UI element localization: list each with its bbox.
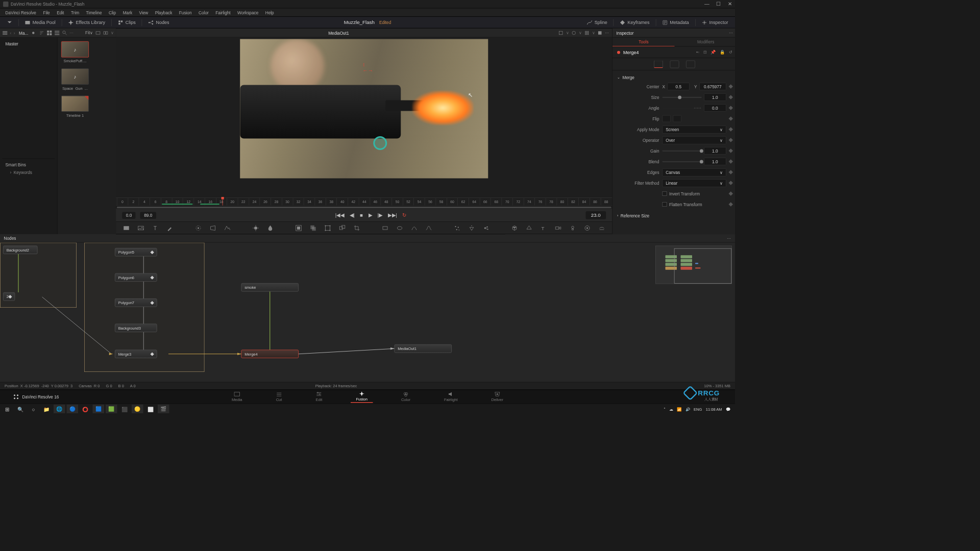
brightness-tool-icon[interactable] — [252, 224, 259, 232]
keyframe-diamond[interactable] — [728, 127, 732, 131]
clips-button[interactable]: Clips — [114, 18, 139, 27]
camera3d-tool-icon[interactable] — [555, 224, 562, 232]
view2-icon[interactable] — [103, 30, 109, 36]
explorer-button[interactable]: 📁 — [41, 404, 53, 413]
bin-list-icon[interactable] — [3, 30, 8, 36]
stop-button[interactable]: ■ — [360, 212, 363, 218]
blend-input[interactable] — [704, 158, 726, 165]
node-editor-options[interactable]: ⋯ — [727, 236, 731, 241]
menu-view[interactable]: View — [136, 9, 152, 16]
polygon-mask-icon[interactable] — [411, 224, 418, 232]
go-end-button[interactable]: ▶▶| — [388, 212, 397, 218]
crop-tool-icon[interactable] — [353, 224, 360, 232]
start-timecode[interactable]: 0.0 — [122, 212, 135, 219]
single-view-icon[interactable] — [597, 30, 603, 36]
menu-help[interactable]: Help — [262, 9, 277, 16]
node-polygon7[interactable]: Polygon7 — [115, 298, 157, 307]
bin-label[interactable]: Ma... — [17, 31, 30, 35]
light-tool-icon[interactable] — [569, 224, 576, 232]
step-back-button[interactable]: ◀| — [350, 212, 355, 218]
tab-fusion[interactable]: Fusion — [351, 390, 373, 403]
rectangle-mask-icon[interactable] — [382, 224, 389, 232]
color-picker-icon[interactable] — [571, 30, 577, 36]
keyframe-diamond[interactable] — [728, 191, 732, 195]
node-minimap[interactable] — [655, 246, 732, 284]
tray-onedrive-icon[interactable]: ☁ — [669, 407, 673, 411]
center-y-input[interactable] — [699, 83, 726, 90]
clip-item[interactable]: ♪ SmokePuff.... — [61, 41, 89, 63]
tab-edit[interactable]: Edit — [310, 391, 328, 403]
thumb-view-icon[interactable] — [46, 30, 52, 36]
app4-button[interactable]: 🟦 — [93, 404, 105, 413]
transform-tool-icon[interactable] — [324, 224, 331, 232]
filter-select[interactable]: Linear∨ — [663, 179, 726, 187]
center-x-input[interactable] — [668, 83, 690, 90]
menu-fairlight[interactable]: Fairlight — [212, 9, 233, 16]
size-input[interactable] — [704, 93, 726, 101]
node-name[interactable]: Merge4 — [623, 49, 639, 55]
spline-button[interactable]: Spline — [583, 18, 611, 27]
refsize-section-header[interactable]: ›Reference Size — [617, 212, 732, 220]
tab-deliver[interactable]: Deliver — [486, 391, 508, 403]
node-polygon6[interactable]: Polygon6 — [115, 273, 157, 282]
tray-time[interactable]: 11:08 AM — [706, 407, 722, 411]
smart-bin-keywords[interactable]: ›Keywords — [6, 169, 52, 177]
app8-button[interactable]: ⬜ — [145, 404, 157, 413]
channels-tab-icon[interactable] — [670, 60, 679, 68]
nodes-button[interactable]: Nodes — [144, 18, 173, 27]
step-forward-button[interactable]: |▶ — [378, 212, 383, 218]
app6-button[interactable]: ⬛ — [119, 404, 131, 413]
gain-slider[interactable] — [663, 150, 702, 151]
flatten-checkbox[interactable] — [663, 202, 667, 207]
keyframe-diamond[interactable] — [728, 202, 732, 206]
prender-tool-icon[interactable] — [483, 224, 490, 232]
metadata-button[interactable]: Metadata — [658, 18, 693, 27]
pin-icon[interactable]: ⊡ — [703, 50, 707, 55]
list-view-icon[interactable] — [54, 30, 60, 36]
effects-library-button[interactable]: Effects Library — [64, 18, 109, 27]
app3-button[interactable]: ⭕ — [80, 404, 91, 413]
blend-slider[interactable] — [663, 161, 702, 162]
star-icon[interactable]: 📌 — [710, 50, 716, 55]
menu-file[interactable]: File — [40, 9, 53, 16]
bspline-mask-icon[interactable] — [425, 224, 432, 232]
clip-thumbnail[interactable]: ♪ — [61, 68, 89, 85]
tracker-tool-icon[interactable] — [195, 224, 202, 232]
merge-section-header[interactable]: ⌄Merge — [617, 73, 732, 81]
go-start-button[interactable]: |◀◀ — [335, 212, 345, 218]
settings-tab-icon[interactable] — [686, 60, 695, 68]
text-tool-icon[interactable]: T — [152, 224, 159, 232]
tray-volume-icon[interactable]: 🔊 — [685, 407, 690, 411]
edges-select[interactable]: Canvas∨ — [663, 168, 726, 177]
end-timecode[interactable]: 89.0 — [140, 212, 156, 219]
reset-icon[interactable]: ↺ — [729, 50, 732, 55]
minimize-button[interactable]: — — [704, 1, 709, 7]
apply-mode-select[interactable]: Screen∨ — [663, 126, 726, 134]
node-mediaout1[interactable]: MediaOut1 — [395, 344, 452, 353]
node-merge4[interactable]: Merge4 — [241, 350, 299, 359]
expand-button[interactable] — [3, 18, 16, 27]
chrome-button[interactable]: 🌐 — [54, 404, 65, 413]
viewer-canvas[interactable]: ↕←→ ↖ — [116, 38, 612, 198]
viewer-opt1-icon[interactable] — [558, 30, 564, 36]
master-bin[interactable]: Master — [3, 40, 55, 47]
tray-wifi-icon[interactable]: 📶 — [677, 407, 681, 411]
tray-notifications-icon[interactable]: 💬 — [726, 407, 730, 411]
node-background3[interactable]: Background3 — [115, 324, 157, 333]
fit-dropdown[interactable]: Fit∨ — [85, 30, 93, 35]
keyframe-diamond[interactable] — [728, 84, 732, 88]
tab-fairlight[interactable]: Fairlight — [438, 391, 463, 403]
start-button[interactable]: ⊞ — [2, 404, 13, 413]
node-enabled-dot[interactable] — [617, 51, 620, 54]
clip-thumbnail[interactable]: ♪ — [61, 41, 89, 58]
node-canvas[interactable]: Background2 2 Polygon5 Polygon6 Polygon7… — [0, 243, 735, 382]
center-marker-icon[interactable]: ↕←→ — [362, 61, 373, 73]
inspector-button[interactable]: Inspector — [698, 18, 732, 27]
controls-tab-icon[interactable] — [654, 60, 663, 68]
flip-h-button[interactable] — [663, 115, 671, 122]
menu-mark[interactable]: Mark — [120, 9, 135, 16]
keyframes-button[interactable]: Keyframes — [616, 18, 653, 27]
viewer-options[interactable]: ⋯ — [605, 30, 609, 35]
angle-input[interactable] — [704, 104, 726, 112]
paint-tool-icon[interactable] — [166, 224, 174, 232]
